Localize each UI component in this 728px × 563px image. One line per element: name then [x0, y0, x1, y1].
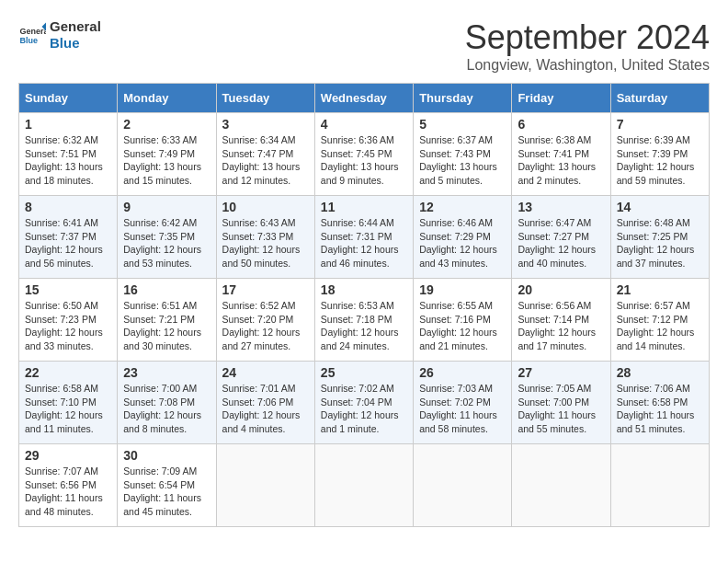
calendar-week-5: 29 Sunrise: 7:07 AMSunset: 6:56 PMDaylig…: [19, 444, 710, 527]
col-tuesday: Tuesday: [216, 84, 314, 113]
calendar-cell: 17 Sunrise: 6:52 AMSunset: 7:20 PMDaylig…: [216, 279, 314, 362]
calendar-cell: 2 Sunrise: 6:33 AMSunset: 7:49 PMDayligh…: [118, 113, 216, 196]
calendar-cell: 10 Sunrise: 6:43 AMSunset: 7:33 PMDaylig…: [216, 196, 314, 279]
calendar-cell: 14 Sunrise: 6:48 AMSunset: 7:25 PMDaylig…: [610, 196, 709, 279]
calendar-table: Sunday Monday Tuesday Wednesday Thursday…: [18, 83, 710, 527]
calendar-cell: 11 Sunrise: 6:44 AMSunset: 7:31 PMDaylig…: [314, 196, 413, 279]
svg-text:Blue: Blue: [20, 36, 39, 45]
calendar-cell: [216, 444, 314, 527]
calendar-cell: 9 Sunrise: 6:42 AMSunset: 7:35 PMDayligh…: [118, 196, 216, 279]
calendar-cell: 8 Sunrise: 6:41 AMSunset: 7:37 PMDayligh…: [19, 196, 118, 279]
calendar-cell: 15 Sunrise: 6:50 AMSunset: 7:23 PMDaylig…: [19, 279, 118, 362]
calendar-cell: 3 Sunrise: 6:34 AMSunset: 7:47 PMDayligh…: [216, 113, 314, 196]
col-saturday: Saturday: [610, 84, 709, 113]
calendar-cell: 4 Sunrise: 6:36 AMSunset: 7:45 PMDayligh…: [314, 113, 413, 196]
calendar-cell: 23 Sunrise: 7:00 AMSunset: 7:08 PMDaylig…: [118, 362, 216, 444]
calendar-week-2: 8 Sunrise: 6:41 AMSunset: 7:37 PMDayligh…: [19, 196, 710, 279]
calendar-cell: 22 Sunrise: 6:58 AMSunset: 7:10 PMDaylig…: [19, 362, 118, 444]
location-title: Longview, Washington, United States: [465, 57, 710, 74]
calendar-cell: 27 Sunrise: 7:05 AMSunset: 7:00 PMDaylig…: [512, 362, 610, 444]
calendar-cell: [512, 444, 610, 527]
calendar-week-4: 22 Sunrise: 6:58 AMSunset: 7:10 PMDaylig…: [19, 362, 710, 444]
calendar-cell: 20 Sunrise: 6:56 AMSunset: 7:14 PMDaylig…: [512, 279, 610, 362]
calendar-cell: 30 Sunrise: 7:09 AMSunset: 6:54 PMDaylig…: [118, 444, 216, 527]
calendar-cell: 26 Sunrise: 7:03 AMSunset: 7:02 PMDaylig…: [414, 362, 512, 444]
calendar-cell: 7 Sunrise: 6:39 AMSunset: 7:39 PMDayligh…: [610, 113, 709, 196]
calendar-week-3: 15 Sunrise: 6:50 AMSunset: 7:23 PMDaylig…: [19, 279, 710, 362]
calendar-cell: 25 Sunrise: 7:02 AMSunset: 7:04 PMDaylig…: [314, 362, 413, 444]
calendar-cell: 1 Sunrise: 6:32 AMSunset: 7:51 PMDayligh…: [19, 113, 118, 196]
calendar-cell: 28 Sunrise: 7:06 AMSunset: 6:58 PMDaylig…: [610, 362, 709, 444]
calendar-cell: 19 Sunrise: 6:55 AMSunset: 7:16 PMDaylig…: [414, 279, 512, 362]
calendar-cell: 21 Sunrise: 6:57 AMSunset: 7:12 PMDaylig…: [610, 279, 709, 362]
title-section: September 2024 Longview, Washington, Uni…: [465, 18, 710, 74]
calendar-cell: 13 Sunrise: 6:47 AMSunset: 7:27 PMDaylig…: [512, 196, 610, 279]
col-thursday: Thursday: [414, 84, 512, 113]
calendar-cell: [414, 444, 512, 527]
col-wednesday: Wednesday: [314, 84, 413, 113]
logo-name: General Blue: [50, 18, 101, 52]
calendar-cell: 12 Sunrise: 6:46 AMSunset: 7:29 PMDaylig…: [414, 196, 512, 279]
calendar-cell: 24 Sunrise: 7:01 AMSunset: 7:06 PMDaylig…: [216, 362, 314, 444]
col-monday: Monday: [118, 84, 216, 113]
col-sunday: Sunday: [19, 84, 118, 113]
header-row: Sunday Monday Tuesday Wednesday Thursday…: [19, 84, 710, 113]
calendar-cell: [610, 444, 709, 527]
svg-text:General: General: [20, 27, 47, 36]
calendar-cell: 6 Sunrise: 6:38 AMSunset: 7:41 PMDayligh…: [512, 113, 610, 196]
logo-icon: General Blue: [18, 21, 46, 49]
calendar-cell: [314, 444, 413, 527]
calendar-cell: 18 Sunrise: 6:53 AMSunset: 7:18 PMDaylig…: [314, 279, 413, 362]
calendar-cell: 29 Sunrise: 7:07 AMSunset: 6:56 PMDaylig…: [19, 444, 118, 527]
logo: General Blue General Blue: [18, 18, 101, 52]
page-header: General Blue General Blue September 2024…: [18, 18, 710, 74]
calendar-cell: 5 Sunrise: 6:37 AMSunset: 7:43 PMDayligh…: [414, 113, 512, 196]
month-title: September 2024: [465, 18, 710, 57]
calendar-week-1: 1 Sunrise: 6:32 AMSunset: 7:51 PMDayligh…: [19, 113, 710, 196]
calendar-cell: 16 Sunrise: 6:51 AMSunset: 7:21 PMDaylig…: [118, 279, 216, 362]
col-friday: Friday: [512, 84, 610, 113]
